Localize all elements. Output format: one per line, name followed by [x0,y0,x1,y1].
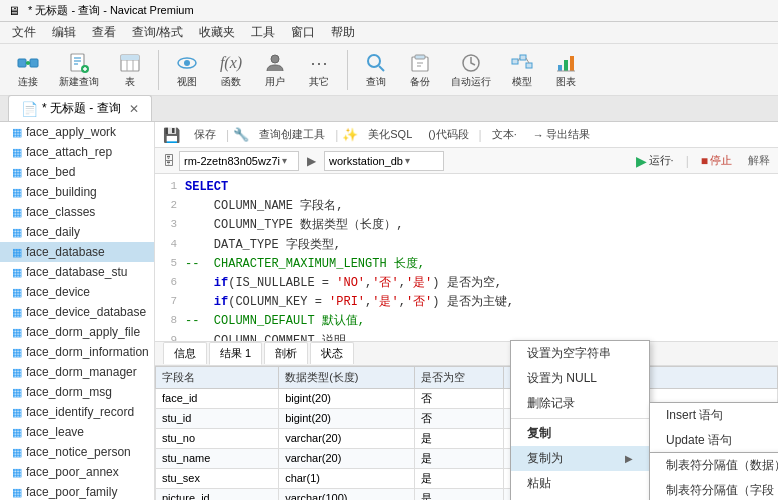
ctx-show[interactable]: 显示 ▶ 制表符分隔值（数据） 制表符分隔值（字段名） 制表符分隔值（字段名和数… [511,496,649,500]
db-icon: 🗄 [163,154,175,168]
new-query-button[interactable]: 新建查询 [52,47,106,93]
sidebar-item-10[interactable]: ▦ face_dorm_apply_file [0,322,154,342]
col-header-field: 字段名 [156,366,279,388]
svg-point-17 [184,60,190,66]
run-button[interactable]: ▶ 运行· [632,151,678,171]
save-button[interactable]: 保存 [188,125,222,144]
ctx-sep-1 [511,418,649,419]
menu-file[interactable]: 文件 [4,22,44,43]
tab-close-icon[interactable]: ✕ [129,102,139,116]
sql-line-1: 1 SELECT [159,178,774,197]
autorun-button[interactable]: 自动运行 [444,47,498,93]
function-button[interactable]: f(x) 函数 [211,47,251,93]
tab-status[interactable]: 状态 [310,342,354,364]
chart-button[interactable]: 图表 [546,47,586,93]
col-header-type: 数据类型(长度) [279,366,414,388]
line-num-1: 1 [159,178,177,197]
ctx-show-sub-0[interactable]: 制表符分隔值（数据） [650,453,778,478]
sidebar-item-3[interactable]: ▦ face_building [0,182,154,202]
col-header-nullable: 是否为空 [414,366,503,388]
sql-line-5: 5 -- CHARACTER_MAXIMUM_LENGTH 长度, [159,255,774,274]
save-icon: 💾 [163,127,180,143]
model-icon [510,51,534,75]
sql-line-9: 9 COLUMN_COMMENT 说明 [159,332,774,342]
ctx-copy-as[interactable]: 复制为 ▶ Insert 语句 Update 语句 [511,446,649,471]
ctx-copy-sub-1[interactable]: Update 语句 [650,428,778,453]
sql-content-6: if(IS_NULLABLE = 'NO','否','是') 是否为空, [185,274,502,293]
view-button[interactable]: 视图 [167,47,207,93]
sidebar-item-18[interactable]: ▦ face_poor_family [0,482,154,500]
table-icon [118,51,142,75]
sidebar-item-17[interactable]: ▦ face_poor_annex [0,462,154,482]
query-button[interactable]: 查询 [356,47,396,93]
ctx-delete-record[interactable]: 删除记录 [511,391,649,416]
menu-favorites[interactable]: 收藏夹 [191,22,243,43]
sidebar-item-15[interactable]: ▦ face_leave [0,422,154,442]
ctx-show-sub-1[interactable]: 制表符分隔值（字段名） [650,478,778,500]
connection-select[interactable]: rm-2zetn83n05wz7i ▾ [179,151,299,171]
sidebar-item-11[interactable]: ▦ face_dorm_information [0,342,154,362]
sidebar-item-2[interactable]: ▦ face_bed [0,162,154,182]
tab-info[interactable]: 信息 [163,342,207,364]
ctx-copy[interactable]: 复制 [511,421,649,446]
sidebar-item-13[interactable]: ▦ face_dorm_msg [0,382,154,402]
cell-nullable: 是 [414,448,503,468]
ctx-set-null[interactable]: 设置为 NULL [511,366,649,391]
sidebar-item-5[interactable]: ▦ face_daily [0,222,154,242]
model-button[interactable]: 模型 [502,47,542,93]
other-button[interactable]: ⋯ 其它 [299,47,339,93]
cell-type: char(1) [279,468,414,488]
ctx-set-empty-string[interactable]: 设置为空字符串 [511,341,649,366]
sidebar-item-4[interactable]: ▦ face_classes [0,202,154,222]
beautify-button[interactable]: 美化SQL [362,125,418,144]
text-button[interactable]: 文本· [486,125,523,144]
run-icon: ▶ [636,153,647,169]
stop-button[interactable]: ■ 停止 [697,151,736,170]
table-list-icon: ▦ [12,226,22,239]
svg-line-20 [379,66,384,71]
svg-point-18 [271,55,279,63]
sql-line-4: 4 DATA_TYPE 字段类型, [159,236,774,255]
cell-type: bigint(20) [279,408,414,428]
table-label: 表 [125,75,135,89]
sidebar-item-0[interactable]: ▦ face_apply_work [0,122,154,142]
sidebar-item-16[interactable]: ▦ face_notice_person [0,442,154,462]
menu-tools[interactable]: 工具 [243,22,283,43]
database-select[interactable]: workstation_db ▾ [324,151,444,171]
backup-label: 备份 [410,75,430,89]
menu-help[interactable]: 帮助 [323,22,363,43]
sidebar-item-12[interactable]: ▦ face_dorm_manager [0,362,154,382]
explain-label[interactable]: 解释 [748,153,770,168]
tab-profile[interactable]: 剖析 [264,342,308,364]
ctx-copy-sub-0[interactable]: Insert 语句 [650,403,778,428]
export-button[interactable]: → 导出结果 [527,125,596,144]
conn-bar: 🗄 rm-2zetn83n05wz7i ▾ ▶ workstation_db ▾… [155,148,778,174]
main-toolbar: 连接 新建查询 表 [0,44,778,96]
backup-button[interactable]: 备份 [400,47,440,93]
menu-window[interactable]: 窗口 [283,22,323,43]
query-builder-button[interactable]: 查询创建工具 [253,125,331,144]
sql-content-1: SELECT [185,178,228,197]
tab-result1[interactable]: 结果 1 [209,342,262,365]
sql-content-8: -- COLUMN_DEFAULT 默认值, [185,312,365,331]
sidebar-item-1[interactable]: ▦ face_attach_rep [0,142,154,162]
sidebar-item-14[interactable]: ▦ face_identify_record [0,402,154,422]
code-snippet-button[interactable]: ()代码段 [422,125,474,144]
sql-editor[interactable]: 1 SELECT 2 COLUMN_NAME 字段名, 3 COLUMN_TYP… [155,174,778,342]
sidebar-item-8[interactable]: ▦ face_device [0,282,154,302]
ctx-paste[interactable]: 粘贴 [511,471,649,496]
db-dropdown-arrow: ▾ [405,155,410,166]
table-button[interactable]: 表 [110,47,150,93]
query-tab[interactable]: 📄 * 无标题 - 查询 ✕ [8,95,152,121]
menu-query-format[interactable]: 查询/格式 [124,22,191,43]
function-icon: f(x) [219,51,243,75]
sidebar-item-9[interactable]: ▦ face_device_database [0,302,154,322]
sidebar-item-6[interactable]: ▦ face_database [0,242,154,262]
connect-button[interactable]: 连接 [8,47,48,93]
menu-view[interactable]: 查看 [84,22,124,43]
table-list-icon: ▦ [12,326,22,339]
svg-point-3 [26,61,30,65]
user-button[interactable]: 用户 [255,47,295,93]
sidebar-item-7[interactable]: ▦ face_database_stu [0,262,154,282]
menu-edit[interactable]: 编辑 [44,22,84,43]
